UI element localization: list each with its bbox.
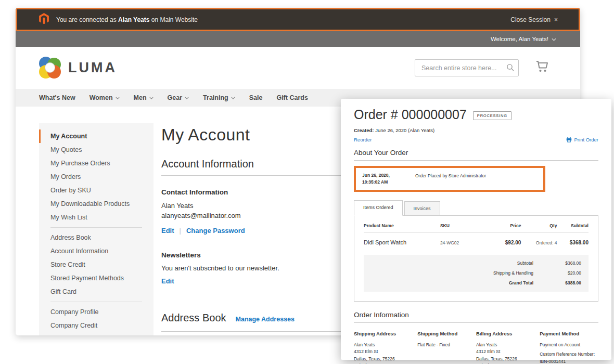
order-totals: Subtotal $368.00 Shipping & Handling $20… [364, 255, 589, 292]
order-information-heading: Order Information [354, 311, 598, 323]
shipping-method-heading: Shipping Method [417, 330, 476, 337]
nav-item-sale[interactable]: Sale [249, 94, 263, 101]
sidebar-item-my-downloadable-products[interactable]: My Downloadable Products [39, 197, 154, 211]
sidebar-item-company-credit[interactable]: Company Credit [39, 319, 154, 332]
sidebar-item-my-quotes[interactable]: My Quotes [39, 143, 154, 157]
nav-item-gift-cards[interactable]: Gift Cards [276, 94, 308, 101]
search-input[interactable] [415, 59, 519, 76]
print-order-link[interactable]: Print Order [566, 137, 598, 142]
billing-address-block: Billing Address Alan Yeats 4312 Elm St D… [476, 330, 540, 364]
chevron-down-icon [231, 97, 235, 99]
order-detail-card: Order # 000000007 PROCESSING Created: Ju… [341, 99, 611, 360]
admin-session-message-wrap: You are connected as Alan Yeats on Main … [17, 13, 510, 27]
manage-addresses-link[interactable]: Manage Addresses [236, 316, 295, 323]
sidebar-item-my-purchase-orders[interactable]: My Purchase Orders [39, 157, 154, 170]
order-status-badge: PROCESSING [473, 111, 511, 120]
payment-method-block: Payment Method Payment on Account Custom… [540, 330, 598, 364]
sidebar-item-account-information[interactable]: Account Information [39, 244, 154, 258]
subtotal-row: Subtotal $368.00 [371, 261, 581, 266]
sidebar-item-stored-payment-methods[interactable]: Stored Payment Methods [39, 271, 154, 285]
sidebar-item-store-credit[interactable]: Store Credit [39, 258, 154, 271]
sidebar-item-my-wish-list[interactable]: My Wish List [39, 211, 154, 224]
nav-item-men[interactable]: Men [134, 94, 154, 101]
nav-item-gear[interactable]: Gear [168, 94, 189, 101]
luma-logo[interactable]: LUMA [39, 56, 117, 79]
nav-item-women[interactable]: Women [89, 94, 120, 101]
sidebar-divider [50, 227, 142, 228]
items-ordered-panel: Product Name SKU Price Qty Subtotal Didi… [354, 215, 598, 302]
order-history-date: Jun 26, 2020,10:35:02 AM [362, 172, 402, 186]
chevron-down-icon [552, 38, 556, 41]
billing-address-heading: Billing Address [476, 330, 540, 337]
tab-items-ordered[interactable]: Items Ordered [354, 200, 403, 216]
close-session-label: Close Session [510, 16, 551, 23]
address-book-heading: Address Book [161, 312, 226, 324]
edit-newsletter-link[interactable]: Edit [161, 277, 174, 285]
chevron-down-icon [116, 97, 120, 99]
order-tabs: Items Ordered Invoices [354, 200, 598, 215]
subtotal-cell: $368.00 [557, 240, 589, 245]
close-session-button[interactable]: Close Session × [510, 16, 579, 23]
nav-item-training[interactable]: Training [203, 94, 235, 101]
qty-cell: Ordered: 4 [521, 240, 557, 245]
cart-icon[interactable] [535, 60, 549, 75]
nav-item-whats-new[interactable]: What's New [39, 94, 75, 101]
grand-total-row: Grand Total $388.00 [371, 280, 581, 285]
luma-logo-text: LUMA [68, 60, 117, 76]
connected-as-message: You are connected as Alan Yeats on Main … [56, 16, 198, 23]
welcome-user-dropdown[interactable]: Welcome, Alan Yeats! [491, 36, 548, 42]
sku-cell: 24-WG02 [440, 240, 488, 245]
shipping-address-heading: Shipping Address [354, 330, 417, 337]
reorder-link[interactable]: Reorder [354, 137, 372, 142]
tab-invoices[interactable]: Invoices [404, 201, 440, 215]
items-table-header: Product Name SKU Price Qty Subtotal [364, 223, 589, 233]
sidebar-item-gift-card[interactable]: Gift Card [39, 285, 154, 298]
order-information-columns: Shipping Address Alan Yeats 4312 Elm St … [354, 330, 598, 364]
search-box [415, 59, 519, 76]
admin-session-bar: You are connected as Alan Yeats on Main … [16, 8, 580, 31]
sidebar-item-my-orders[interactable]: My Orders [39, 170, 154, 184]
order-title: Order # 000000007 [354, 107, 467, 122]
table-row: Didi Sport Watch 24-WG02 $92.00 Ordered:… [364, 233, 589, 253]
site-header: LUMA [16, 47, 580, 89]
sidebar-divider [50, 302, 142, 302]
sidebar-item-my-account[interactable]: My Account [39, 129, 154, 143]
link-divider: | [180, 227, 181, 235]
edit-contact-link[interactable]: Edit [161, 227, 174, 235]
shipping-handling-row: Shipping & Handling $20.00 [371, 270, 581, 276]
chevron-down-icon [185, 97, 189, 99]
sidebar-item-company-profile[interactable]: Company Profile [39, 305, 154, 319]
luma-logo-icon [39, 56, 61, 79]
magento-logo-icon [39, 13, 49, 27]
screenshot-stage: You are connected as Alan Yeats on Main … [0, 0, 614, 364]
account-sidebar: My Account My Quotes My Purchase Orders … [39, 123, 154, 335]
price-cell: $92.00 [488, 240, 521, 245]
payment-method-heading: Payment Method [540, 330, 596, 337]
about-your-order-heading: About Your Order [354, 149, 598, 161]
shipping-address-block: Shipping Address Alan Yeats 4312 Elm St … [354, 330, 417, 364]
sidebar-item-address-book[interactable]: Address Book [39, 231, 154, 244]
connected-user-name: Alan Yeats [118, 16, 149, 23]
change-password-link[interactable]: Change Password [186, 227, 245, 235]
product-name-cell: Didi Sport Watch [364, 239, 440, 245]
close-icon[interactable]: × [554, 16, 558, 23]
order-history-comment: Order Placed by Store Administrator [415, 172, 486, 186]
order-history-highlight: Jun 26, 2020,10:35:02 AM Order Placed by… [354, 166, 545, 192]
shipping-method-block: Shipping Method Flat Rate - Fixed [417, 330, 476, 364]
sidebar-item-order-by-sku[interactable]: Order by SKU [39, 184, 154, 197]
search-icon[interactable] [506, 63, 515, 74]
order-created-line: Created: June 26, 2020 (Alan Yeats) [354, 127, 598, 133]
chevron-down-icon [149, 97, 154, 99]
printer-icon [566, 137, 572, 142]
welcome-bar: Welcome, Alan Yeats! [16, 31, 580, 47]
